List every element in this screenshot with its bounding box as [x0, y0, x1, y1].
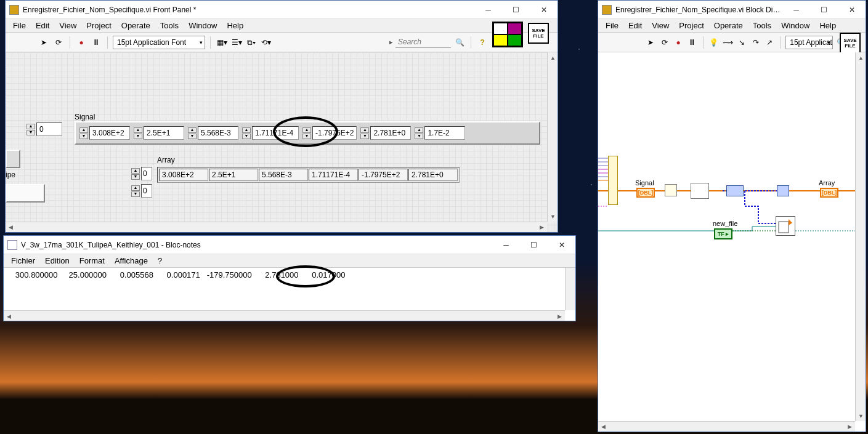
close-button[interactable]: ✕	[548, 236, 575, 254]
menu-operate[interactable]: Operate	[116, 20, 155, 31]
search-icon[interactable]: 🔍	[453, 36, 466, 49]
step-over-button[interactable]: ↷	[750, 36, 761, 49]
maximize-button[interactable]: ☐	[502, 1, 530, 18]
horizontal-scrollbar[interactable]: ◀▶	[598, 421, 855, 432]
distribute-button[interactable]: ☰▾	[230, 36, 243, 49]
highlight-exec-button[interactable]: 💡	[708, 36, 720, 49]
menu-edit[interactable]: Edit	[31, 20, 54, 31]
scroll-right-arrow-icon[interactable]: ▶	[845, 422, 855, 432]
signal-index-value[interactable]: 0	[36, 123, 62, 136]
menu-edit[interactable]: Edit	[623, 20, 647, 31]
maximize-button[interactable]: ☐	[520, 236, 548, 254]
vi-icon[interactable]: SAVE FILE	[528, 23, 549, 44]
menu-tools[interactable]: Tools	[155, 20, 184, 31]
menu-window[interactable]: Window	[776, 20, 814, 31]
bd-titlebar[interactable]: Enregistrer_Fichier_Nom_Specifique.vi Bl…	[598, 1, 866, 19]
scroll-left-arrow-icon[interactable]: ◀	[4, 311, 14, 321]
vertical-scrollbar[interactable]: ▲▼	[855, 52, 866, 421]
menu-file[interactable]: File	[8, 20, 31, 31]
signal-value-5[interactable]: 2.781E+0	[370, 126, 411, 140]
menu-help[interactable]: Help	[814, 20, 841, 31]
new-file-control-terminal[interactable]: TF ▸	[714, 228, 732, 239]
step-down-icon[interactable]: ▼	[188, 134, 197, 139]
step-up-icon[interactable]: ▲	[188, 127, 197, 133]
menu-file[interactable]: File	[601, 20, 623, 31]
signal-value-1[interactable]: 2.5E+1	[144, 126, 184, 140]
array-index-control[interactable]: ▲▼0 ▲▼0	[131, 167, 152, 198]
step-down-icon[interactable]: ▼	[415, 134, 423, 139]
step-down-icon[interactable]: ▼	[360, 134, 369, 139]
scroll-up-arrow-icon[interactable]: ▲	[856, 52, 866, 63]
signal-index-control[interactable]: ▲▼ 0	[26, 123, 62, 136]
step-up-icon[interactable]: ▲	[26, 124, 35, 129]
step-up-icon[interactable]: ▲	[131, 168, 140, 174]
step-up-icon[interactable]: ▲	[360, 127, 369, 133]
run-continuous-button[interactable]: ⟳	[52, 36, 65, 49]
font-selector[interactable]: 15pt Application Font	[113, 36, 205, 49]
menu-help-qmark[interactable]: ?	[153, 255, 167, 267]
step-up-icon[interactable]: ▲	[79, 127, 88, 133]
menu-window[interactable]: Window	[184, 20, 222, 31]
resize-button[interactable]: ⧉▾	[245, 36, 258, 49]
signal-value-6[interactable]: 1.7E-2	[424, 126, 465, 140]
connector-pane-icon[interactable]	[492, 22, 523, 47]
scroll-right-arrow-icon[interactable]: ▶	[554, 311, 565, 321]
horizontal-scrollbar[interactable]: ◀▶	[6, 222, 547, 232]
bd-canvas[interactable]: Signal [DBL] Array [DBL] new_file TF ▸ ▲…	[598, 52, 866, 432]
write-file-subvi[interactable]	[776, 216, 795, 236]
array-index-col[interactable]: 0	[141, 184, 152, 198]
array-indicator-terminal[interactable]: [DBL]	[820, 188, 838, 198]
vertical-scrollbar[interactable]	[565, 268, 575, 310]
step-up-icon[interactable]: ▲	[134, 127, 142, 133]
search-input[interactable]	[395, 36, 451, 48]
menu-affichage[interactable]: Affichage	[110, 255, 153, 267]
step-out-button[interactable]: ↗	[764, 36, 775, 49]
minimize-button[interactable]: ─	[492, 236, 520, 254]
vertical-scrollbar[interactable]: ▲▼	[547, 52, 558, 222]
reorder-button[interactable]: ⟲▾	[260, 36, 272, 49]
menu-format[interactable]: Format	[75, 255, 110, 267]
run-continuous-button[interactable]: ⟳	[659, 36, 670, 49]
menu-tools[interactable]: Tools	[748, 20, 776, 31]
retain-wire-button[interactable]: ⟿	[722, 36, 734, 49]
build-array-node[interactable]	[691, 183, 709, 199]
step-down-icon[interactable]: ▼	[242, 134, 251, 139]
close-button[interactable]: ✕	[530, 1, 558, 18]
signal-value-2[interactable]: 5.568E-3	[198, 126, 238, 140]
signal-control-terminal[interactable]: [DBL]	[636, 188, 655, 198]
run-button[interactable]: ➤	[645, 36, 656, 49]
help-button[interactable]: ?	[476, 36, 489, 49]
menu-fichier[interactable]: Fichier	[6, 255, 40, 267]
menu-edition[interactable]: Edition	[40, 255, 75, 267]
abort-button[interactable]: ●	[75, 36, 87, 49]
step-down-icon[interactable]: ▼	[79, 134, 88, 139]
menu-view[interactable]: View	[647, 20, 674, 31]
horizontal-scrollbar[interactable]: ◀▶	[4, 310, 565, 321]
scroll-down-arrow-icon[interactable]: ▼	[548, 211, 558, 222]
minimize-button[interactable]: ─	[474, 1, 502, 18]
abort-button[interactable]: ●	[673, 36, 684, 49]
maximize-button[interactable]: ☐	[810, 1, 838, 18]
align-button[interactable]: ▦▾	[216, 36, 228, 49]
step-down-icon[interactable]: ▼	[134, 134, 142, 139]
index-array-node[interactable]	[665, 184, 677, 196]
scroll-right-arrow-icon[interactable]: ▶	[537, 222, 547, 233]
step-up-icon[interactable]: ▲	[131, 185, 140, 191]
step-up-icon[interactable]: ▲	[242, 127, 251, 133]
font-selector[interactable]: 15pt Applicati	[785, 36, 833, 49]
transpose-node[interactable]	[777, 185, 789, 196]
array-to-spreadsheet-node[interactable]	[726, 185, 744, 196]
vi-icon[interactable]: SAVE FILE	[840, 33, 861, 54]
signal-value-0[interactable]: 3.008E+2	[89, 126, 130, 140]
bundle-node[interactable]	[608, 156, 618, 205]
run-button[interactable]: ➤	[38, 36, 50, 49]
scroll-down-arrow-icon[interactable]: ▼	[856, 411, 866, 421]
menu-project[interactable]: Project	[81, 20, 116, 31]
menu-view[interactable]: View	[54, 20, 81, 31]
step-down-icon[interactable]: ▼	[26, 130, 35, 135]
menu-help[interactable]: Help	[222, 20, 248, 31]
step-down-icon[interactable]: ▼	[131, 174, 140, 180]
scroll-left-arrow-icon[interactable]: ◀	[598, 422, 609, 432]
minimize-button[interactable]: ─	[782, 1, 810, 18]
step-up-icon[interactable]: ▲	[415, 127, 423, 133]
